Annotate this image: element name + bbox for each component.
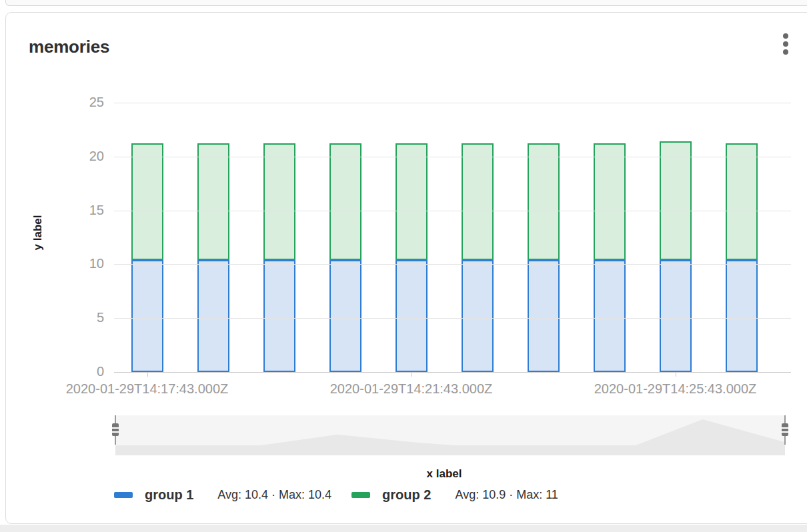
bar-segment-group-1[interactable] [528,260,560,372]
bar-segment-group-1[interactable] [395,260,428,372]
bar-segment-group-2[interactable] [197,143,229,260]
gridline [114,103,791,103]
x-axis-line [114,372,791,373]
range-brush[interactable] [115,415,785,455]
brush-grip-icon [782,423,788,436]
x-axis-tick-label: 2020-01-29T14:25:43.000Z [562,381,789,397]
bar-segment-group-2[interactable] [263,143,295,260]
legend-item-group-1[interactable]: group 1 [114,487,193,503]
chart-panel-card: memories 2020-01-29T14:25:43.000Z2020-01… [5,12,807,524]
bar-segment-group-2[interactable] [726,143,758,260]
bar-chart: 2020-01-29T14:25:43.000Z2020-01-29T14:21… [6,13,807,525]
gridline [114,318,791,319]
legend-swatch-group-1 [114,492,133,498]
bar-segment-group-2[interactable] [329,143,361,260]
gridline [114,211,791,211]
chart-legend: group 1 Avg: 10.4 · Max: 10.4 group 2 Av… [114,487,781,503]
gridline [114,264,791,265]
bar-segment-group-1[interactable] [462,260,494,372]
legend-stats-group-1: Avg: 10.4 · Max: 10.4 [217,488,331,502]
y-axis-tick-label: 5 [44,310,104,325]
gridline [114,157,791,157]
brush-grip-icon [112,423,119,436]
x-axis-tick-label: 2020-01-29T14:17:43.000Z [34,381,261,397]
legend-item-group-2[interactable]: group 2 [351,487,431,503]
x-axis-tick [412,372,412,377]
bar-segment-group-1[interactable] [131,260,163,372]
legend-label-group-1: group 1 [145,487,193,503]
brush-handle-left[interactable] [111,415,120,445]
legend-label-group-2: group 2 [382,487,431,503]
bar-segment-group-2[interactable] [395,143,428,260]
page-background-strip [0,525,807,532]
legend-swatch-group-2 [351,492,370,498]
bar-segment-group-2[interactable] [528,143,560,260]
legend-stats-group-2: Avg: 10.9 · Max: 11 [455,488,558,502]
bar-segment-group-2[interactable] [131,143,163,260]
bar-segment-group-1[interactable] [263,260,295,372]
y-axis-tick-label: 15 [44,203,104,218]
bar-segment-group-2[interactable] [462,143,494,260]
y-axis-tick-label: 0 [44,364,104,379]
bar-segment-group-2[interactable] [594,143,626,260]
y-axis-tick-label: 25 [44,95,104,110]
x-axis-title: x label [114,467,774,481]
brush-overview-area [115,415,785,455]
bar-segment-group-1[interactable] [594,260,626,372]
y-axis-title: y label [31,213,45,253]
bar-segment-group-2[interactable] [660,141,692,260]
bar-segment-group-1[interactable] [660,260,692,372]
y-axis-tick-label: 20 [44,149,104,164]
previous-panel-edge [5,0,807,6]
bar-segment-group-1[interactable] [726,260,758,372]
bar-segment-group-1[interactable] [329,260,361,372]
x-axis-tick-label: 2020-01-29T14:21:43.000Z [298,381,525,397]
y-axis-tick-label: 10 [44,256,104,271]
bar-segment-group-1[interactable] [197,260,229,372]
x-axis-tick [676,372,676,377]
brush-handle-right[interactable] [780,415,790,445]
x-axis-tick [147,372,148,377]
